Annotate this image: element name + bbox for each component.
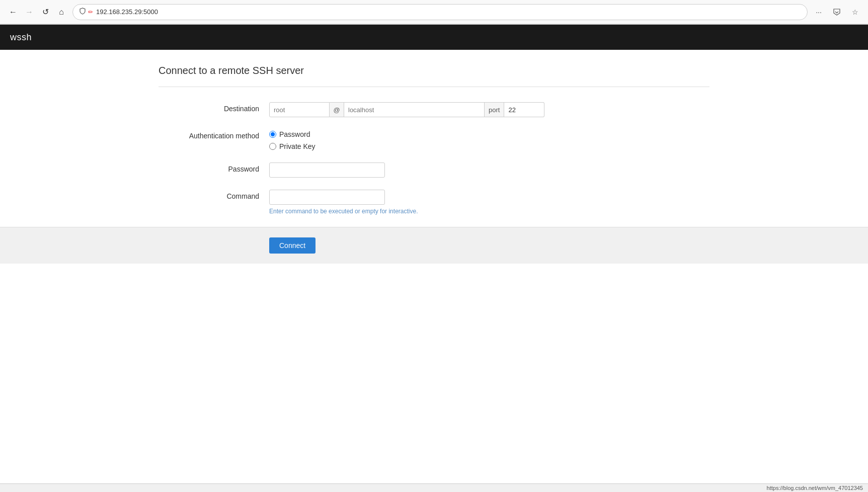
password-radio[interactable] — [269, 131, 276, 138]
app-title: wssh — [10, 32, 32, 43]
port-input[interactable] — [504, 102, 544, 117]
auth-method-row: Authentication method Password Private K… — [159, 129, 709, 150]
password-row: Password — [159, 162, 709, 178]
form-footer: Connect — [0, 227, 868, 264]
page-title: Connect to a remote SSH server — [0, 65, 868, 76]
forward-button[interactable]: → — [22, 5, 36, 19]
more-button[interactable]: ··· — [812, 5, 826, 19]
command-controls: Enter command to be executed or empty fo… — [269, 190, 709, 215]
privatekey-radio[interactable] — [269, 143, 276, 150]
at-symbol: @ — [330, 102, 344, 117]
port-label: port — [485, 102, 504, 117]
browser-chrome: ← → ↺ ⌂ ✏ ··· — [0, 0, 868, 25]
radio-group: Password Private Key — [269, 129, 709, 150]
password-radio-option[interactable]: Password — [269, 130, 709, 138]
destination-controls: @ port — [269, 102, 709, 117]
status-bar: https://blog.csdn.net/wm/vm_47012345 — [0, 483, 868, 492]
main-content: Connect to a remote SSH server Destinati… — [0, 50, 868, 279]
destination-label: Destination — [159, 102, 269, 113]
divider — [159, 87, 709, 87]
browser-toolbar: ← → ↺ ⌂ ✏ ··· — [0, 0, 868, 24]
host-input[interactable] — [344, 102, 485, 117]
app-header: wssh — [0, 25, 868, 50]
privatekey-radio-label: Private Key — [279, 142, 315, 150]
address-bar-icons: ✏ — [79, 8, 93, 16]
status-bar-text: https://blog.csdn.net/wm/vm_47012345 — [767, 485, 863, 491]
auth-method-controls: Password Private Key — [269, 129, 709, 150]
password-controls — [269, 162, 709, 178]
password-radio-label: Password — [279, 130, 310, 138]
destination-inputs: @ port — [269, 102, 709, 117]
address-bar[interactable]: ✏ — [72, 4, 808, 20]
auth-method-label: Authentication method — [159, 129, 269, 140]
pocket-button[interactable] — [830, 5, 844, 19]
command-hint: Enter command to be executed or empty fo… — [269, 208, 709, 215]
destination-row: Destination @ port — [159, 102, 709, 117]
back-button[interactable]: ← — [6, 5, 20, 19]
username-input[interactable] — [269, 102, 330, 117]
address-input[interactable] — [96, 8, 801, 16]
edit-icon: ✏ — [88, 9, 93, 16]
command-input[interactable] — [269, 190, 385, 205]
command-row: Command Enter command to be executed or … — [159, 190, 709, 215]
shield-icon — [79, 8, 86, 16]
nav-buttons: ← → ↺ ⌂ — [6, 5, 68, 19]
command-label: Command — [159, 190, 269, 200]
form-container: Destination @ port Authentication method — [0, 102, 868, 215]
home-button[interactable]: ⌂ — [54, 5, 68, 19]
bookmark-button[interactable]: ☆ — [848, 5, 862, 19]
password-input[interactable] — [269, 162, 385, 178]
password-label: Password — [159, 162, 269, 173]
reload-button[interactable]: ↺ — [38, 5, 52, 19]
browser-actions: ··· ☆ — [812, 5, 862, 19]
connect-button[interactable]: Connect — [269, 237, 315, 254]
privatekey-radio-option[interactable]: Private Key — [269, 142, 709, 150]
